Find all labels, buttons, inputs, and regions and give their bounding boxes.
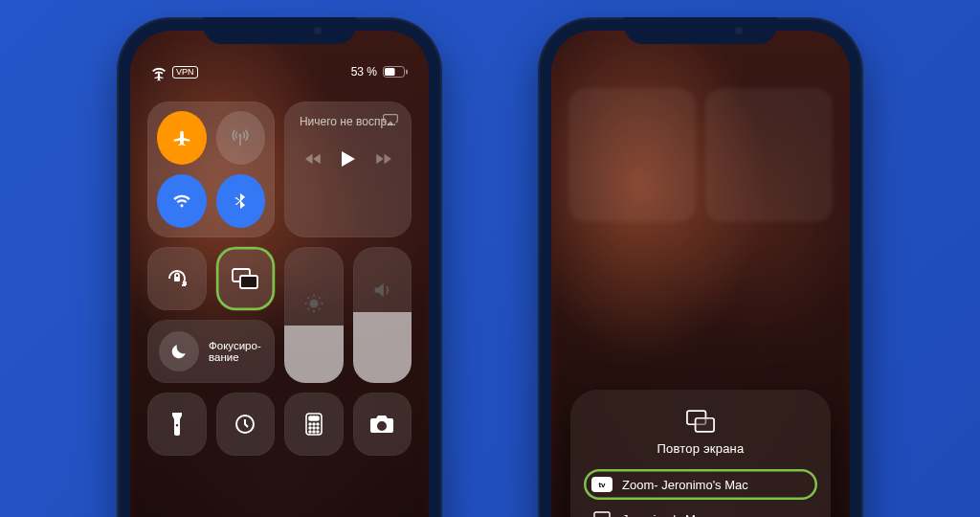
media-buttons	[305, 151, 391, 167]
phone-mirroring-sheet: Повтор экрана tv Zoom- Jeronimo's Mac Je…	[538, 17, 863, 517]
vpn-badge: VPN	[172, 66, 198, 79]
svg-rect-6	[240, 276, 257, 288]
svg-point-12	[313, 423, 315, 425]
appletv-icon: tv	[591, 477, 612, 492]
bluetooth-toggle[interactable]	[216, 174, 266, 228]
svg-rect-10	[309, 416, 319, 420]
svg-point-14	[309, 427, 311, 429]
svg-rect-2	[406, 70, 408, 75]
notch	[203, 17, 356, 44]
airplane-mode-toggle[interactable]	[157, 111, 207, 165]
rewind-icon[interactable]	[305, 153, 323, 165]
rotation-lock-button[interactable]	[147, 247, 207, 310]
play-icon[interactable]	[342, 151, 355, 167]
svg-rect-4	[174, 277, 180, 281]
screen: Повтор экрана tv Zoom- Jeronimo's Mac Je…	[551, 31, 850, 517]
mirroring-device-mac[interactable]: Jeronimo's Mac	[584, 502, 817, 517]
cellular-data-toggle[interactable]	[216, 111, 266, 165]
volume-slider[interactable]	[353, 247, 412, 383]
focus-button[interactable]: Фокусиро- вание	[147, 320, 275, 383]
camera-button[interactable]	[353, 393, 412, 456]
blurred-control-center	[568, 88, 833, 222]
svg-rect-1	[385, 68, 395, 76]
airplay-icon[interactable]	[383, 113, 398, 126]
focus-icon-wrap	[159, 331, 199, 371]
focus-label: Фокусиро- вание	[209, 340, 261, 363]
svg-point-13	[317, 423, 319, 425]
speaker-icon	[371, 280, 392, 301]
calculator-button[interactable]	[284, 393, 344, 456]
flashlight-icon	[169, 412, 185, 437]
svg-rect-22	[594, 512, 610, 517]
screen-mirroring-button[interactable]	[216, 247, 276, 310]
airplane-icon	[171, 127, 192, 148]
forward-icon[interactable]	[374, 153, 391, 165]
screen-mirroring-sheet: Повтор экрана tv Zoom- Jeronimo's Mac Je…	[570, 390, 831, 517]
wifi-icon	[171, 191, 192, 212]
brightness-fill	[284, 326, 344, 383]
control-center-grid: Ничего не воспр...	[130, 80, 429, 477]
calculator-icon	[305, 413, 323, 436]
camera-icon	[369, 415, 394, 434]
status-right: 53 %	[351, 65, 408, 79]
svg-point-17	[309, 431, 311, 433]
mirroring-device-zoom[interactable]: tv Zoom- Jeronimo's Mac	[584, 469, 817, 500]
svg-point-19	[317, 431, 319, 433]
battery-percent: 53 %	[351, 65, 377, 79]
screen-mirroring-icon	[231, 267, 259, 290]
svg-point-11	[309, 423, 311, 425]
wifi-toggle[interactable]	[157, 174, 207, 228]
connectivity-group[interactable]	[147, 101, 275, 237]
svg-rect-21	[696, 418, 715, 432]
moon-icon	[169, 342, 189, 361]
notch	[624, 17, 777, 44]
now-playing-text: Ничего не воспр...	[300, 115, 396, 128]
laptop-icon	[591, 511, 612, 517]
device-label: Jeronimo's Mac	[622, 512, 709, 518]
volume-fill	[353, 312, 412, 383]
phone-control-center: VPN 53 %	[117, 17, 442, 517]
screen-mirroring-icon	[684, 409, 717, 434]
battery-icon	[383, 66, 408, 78]
media-controls[interactable]: Ничего не воспр...	[284, 101, 412, 237]
sun-icon	[303, 293, 324, 314]
device-label: Zoom- Jeronimo's Mac	[622, 478, 748, 492]
rotation-lock-icon	[165, 266, 189, 291]
brightness-slider[interactable]	[284, 247, 344, 383]
svg-point-7	[310, 301, 317, 307]
cellular-antenna-icon	[230, 127, 251, 148]
flashlight-button[interactable]	[147, 393, 207, 456]
svg-point-16	[317, 427, 319, 429]
sheet-header: Повтор экрана	[584, 409, 817, 456]
screen: VPN 53 %	[130, 31, 429, 517]
svg-point-15	[313, 427, 315, 429]
bluetooth-icon	[231, 191, 250, 211]
svg-point-18	[313, 431, 315, 433]
sheet-title: Повтор экрана	[584, 441, 817, 456]
wifi-status-icon	[151, 67, 167, 79]
status-left: VPN	[151, 66, 198, 79]
timer-button[interactable]	[216, 393, 276, 456]
timer-icon	[234, 413, 256, 436]
